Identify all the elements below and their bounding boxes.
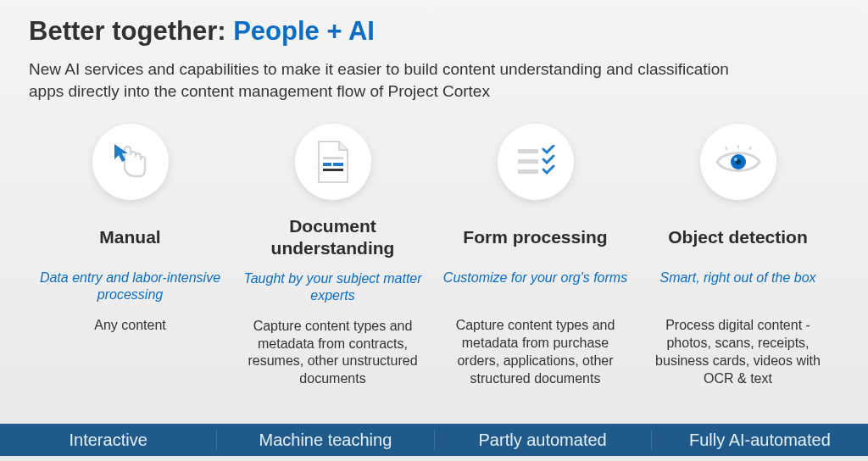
col-manual-title: Manual [34, 215, 226, 258]
col-obj-tagline: Smart, right out of the box [642, 269, 834, 305]
col-manual-tagline: Data entry and labor-intensive processin… [34, 269, 226, 305]
col-obj-title: Object detection [642, 215, 834, 258]
svg-rect-5 [518, 159, 538, 164]
col-object-detection: Object detection Smart, right out of the… [637, 124, 839, 388]
col-obj-body: Process digital content - photos, scans,… [642, 317, 834, 387]
manual-icon [92, 124, 169, 200]
document-icon [295, 124, 371, 200]
eye-icon [714, 145, 763, 179]
col-docu-body: Capture content types and metadata from … [236, 318, 429, 388]
slide: Better together: People + AI New AI serv… [0, 0, 868, 461]
slide-title: Better together: People + AI [29, 15, 839, 47]
hand-cursor-icon [109, 141, 152, 183]
title-prefix: Better together: [29, 16, 233, 46]
columns-row: Manual Data entry and labor-intensive pr… [29, 124, 839, 388]
footer-fully-automated: Fully AI-automated [652, 430, 868, 450]
svg-rect-0 [323, 157, 343, 159]
col-form-tagline: Customize for your org's forms [439, 269, 632, 305]
col-docu-tagline: Taught by your subject matter experts [236, 270, 429, 306]
svg-point-9 [734, 158, 737, 161]
col-form-title: Form processing [439, 215, 632, 258]
svg-rect-3 [323, 169, 343, 171]
footer-partly-automated: Partly automated [435, 430, 652, 450]
title-accent: People + AI [233, 16, 375, 46]
footer-machine-teaching: Machine teaching [217, 430, 434, 450]
document-file-icon [315, 140, 351, 184]
object-detection-icon [700, 124, 776, 200]
svg-line-11 [726, 147, 727, 150]
col-manual-body: Any content [34, 317, 226, 335]
col-document-understanding: Document understanding Taught by your su… [231, 124, 434, 388]
footer-interactive: Interactive [0, 430, 217, 450]
form-icon [498, 124, 574, 200]
footer-bar: Interactive Machine teaching Partly auto… [0, 424, 868, 456]
svg-rect-6 [518, 169, 538, 174]
svg-line-12 [749, 147, 751, 150]
checklist-icon [515, 145, 557, 179]
col-form-processing: Form processing Customize for your org's… [434, 124, 637, 388]
slide-subtitle: New AI services and capabilities to make… [29, 58, 741, 102]
svg-rect-4 [518, 149, 538, 153]
col-form-body: Capture content types and metadata from … [439, 317, 632, 387]
col-docu-title: Document understanding [236, 215, 429, 258]
col-manual: Manual Data entry and labor-intensive pr… [29, 124, 231, 388]
svg-rect-2 [333, 163, 343, 166]
svg-rect-1 [323, 163, 331, 166]
